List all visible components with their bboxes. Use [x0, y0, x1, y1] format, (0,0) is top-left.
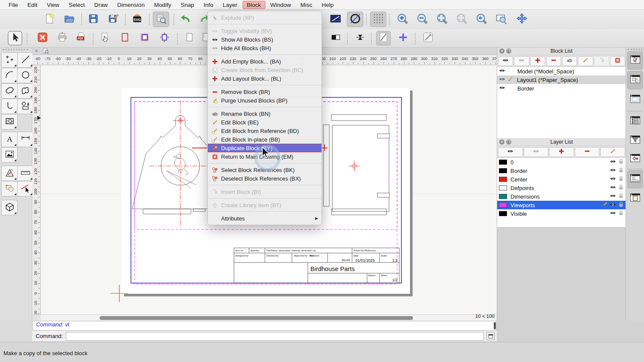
undo-button[interactable] — [177, 12, 193, 27]
eye-icon[interactable] — [610, 184, 616, 192]
layer-row-dimensions[interactable]: Dimensions — [497, 192, 626, 201]
block-row-model-model-space[interactable]: Model (*Model_Space) — [497, 67, 626, 75]
eye-icon[interactable] — [610, 210, 616, 217]
edit-block-button[interactable] — [578, 56, 593, 66]
svg-export-button[interactable]: SVG — [129, 12, 145, 27]
eye-icon[interactable] — [610, 201, 616, 209]
menubar-item-info[interactable]: Info — [199, 1, 218, 9]
dock-command-line-button[interactable] — [627, 170, 643, 188]
page-portrait-button[interactable] — [182, 31, 197, 45]
edit-layer-button[interactable] — [600, 147, 625, 157]
tool-snap-pointer-button[interactable] — [17, 181, 33, 196]
menu-item-add-empty-block-ba[interactable]: Add Empty Block... (BA) — [208, 57, 322, 66]
menubar-item-layer[interactable]: Layer — [219, 1, 242, 9]
viewport-mode-button[interactable] — [137, 31, 152, 45]
draft-mode-button[interactable] — [376, 31, 391, 45]
menubar-item-select[interactable]: Select — [64, 1, 89, 9]
lock-icon[interactable] — [618, 158, 624, 166]
tool-shapes-button[interactable] — [17, 99, 33, 114]
lock-icon[interactable] — [618, 210, 624, 217]
menu-item-edit-block-in-place-bb[interactable]: Edit Block In-place (BB) — [208, 135, 322, 144]
menubar-item-misc[interactable]: Misc — [296, 1, 317, 9]
dock-library-browser-button[interactable] — [627, 71, 643, 89]
hide-block-button[interactable] — [514, 56, 529, 66]
pencil-icon[interactable] — [507, 76, 513, 84]
rename-block-button[interactable]: a|b — [562, 56, 577, 66]
lock-icon[interactable] — [618, 175, 624, 183]
tab-close-icon[interactable]: × — [35, 48, 38, 54]
dock-reference-widget-button[interactable] — [627, 150, 643, 168]
tool-modify-button[interactable] — [1, 166, 18, 181]
menu-item-hide-all-blocks-bh[interactable]: Hide All Blocks (BH) — [208, 44, 322, 52]
show-crosshair-button[interactable] — [396, 31, 410, 45]
show-layer-button[interactable] — [498, 147, 523, 157]
menubar-item-draw[interactable]: Draw — [90, 1, 112, 9]
layer-row-visible[interactable]: Visible — [497, 209, 626, 218]
block-row-border[interactable]: Border — [497, 84, 626, 93]
layer-row-viewports[interactable]: Viewports — [497, 201, 626, 209]
menubar-item-snap[interactable]: Snap — [176, 1, 199, 9]
menubar-item-dimension[interactable]: Dimension — [113, 1, 149, 9]
scrollbar-thumb[interactable] — [100, 316, 413, 320]
tool-points-button[interactable] — [1, 52, 18, 68]
tool-dimension-button[interactable] — [17, 132, 33, 147]
lock-icon[interactable] — [618, 201, 624, 209]
eye-blue-icon[interactable] — [499, 76, 505, 84]
save-as-button[interactable] — [105, 12, 121, 27]
return-to-main-button[interactable] — [610, 56, 625, 66]
eye-icon[interactable] — [610, 167, 616, 175]
selection-pointer-button[interactable] — [8, 31, 22, 45]
pan-zoom-button[interactable] — [513, 12, 530, 27]
tool-block-library-button[interactable] — [1, 181, 18, 196]
paper-border-button[interactable] — [118, 31, 132, 45]
print-preview-button[interactable] — [153, 12, 169, 27]
menubar-item-edit[interactable]: Edit — [23, 1, 42, 9]
tool-arc-button[interactable] — [1, 68, 18, 83]
tool-polyline-button[interactable] — [1, 99, 18, 114]
lock-icon[interactable] — [618, 167, 624, 175]
menu-item-rename-block-bn[interactable]: a|bRename Block (BN) — [208, 109, 322, 118]
eye-icon[interactable] — [610, 175, 616, 183]
tool-ellipse-button[interactable] — [1, 83, 18, 99]
layer-row-defpoints[interactable]: Defpoints — [497, 184, 626, 192]
menubar-item-view[interactable]: View — [43, 1, 64, 9]
lock-icon[interactable] — [618, 193, 624, 200]
close-print-preview-button[interactable] — [35, 31, 50, 45]
add-block-button[interactable] — [530, 56, 545, 66]
tool-measure-button[interactable] — [17, 166, 33, 181]
add-layer-button[interactable] — [549, 147, 574, 157]
menubar-item-window[interactable]: Window — [266, 1, 295, 9]
layer-row-border[interactable]: Border — [497, 166, 626, 175]
print-button[interactable] — [55, 31, 70, 45]
open-file-button[interactable] — [61, 12, 77, 27]
new-file-button[interactable] — [41, 12, 58, 27]
save-button[interactable] — [85, 12, 101, 27]
black-white-toggle-button[interactable] — [328, 31, 343, 45]
hide-layer-button[interactable] — [524, 147, 549, 157]
eye-icon[interactable] — [610, 158, 616, 166]
menu-item-add-layout-block-bl[interactable]: Add Layout Block... (BL) — [208, 74, 322, 83]
panel-close-icon[interactable]: ✕ — [499, 48, 504, 54]
history-scrollbar-thumb[interactable] — [494, 322, 496, 329]
tool-circle-button[interactable] — [17, 68, 33, 83]
eye-icon[interactable] — [499, 84, 505, 92]
menu-item-edit-block-from-reference-bd[interactable]: Edit Block from Reference (BD) — [208, 127, 322, 135]
restrict-off-button[interactable] — [347, 12, 363, 27]
menu-item-remove-block-br[interactable]: Remove Block (BR) — [208, 87, 322, 96]
tool-iso-box-button[interactable] — [1, 200, 18, 215]
pencil-icon[interactable] — [601, 201, 608, 209]
menubar-item-file[interactable]: File — [4, 1, 22, 9]
menubar-item-help[interactable]: Help — [317, 1, 338, 9]
command-dock-icon[interactable] — [486, 332, 495, 340]
move-paper-position-button[interactable] — [98, 31, 112, 45]
block-row-layout1-paper-space[interactable]: Layout1 (*Paper_Space) — [497, 75, 626, 84]
show-block-button[interactable] — [498, 56, 513, 66]
menu-item-purge-unused-blocks-bp[interactable]: Purge Unused Blocks (BP) — [208, 96, 322, 105]
zoom-in-button[interactable] — [394, 12, 410, 27]
tool-line-button[interactable] — [17, 52, 33, 68]
dock-selection-filter-button[interactable] — [627, 132, 643, 150]
panel-float-icon[interactable]: ❐ — [506, 48, 511, 54]
menu-item-edit-block-be[interactable]: Edit Block (BE) — [208, 118, 322, 127]
auto-zoom-button[interactable] — [434, 12, 450, 27]
hairlines-button[interactable] — [353, 31, 368, 45]
